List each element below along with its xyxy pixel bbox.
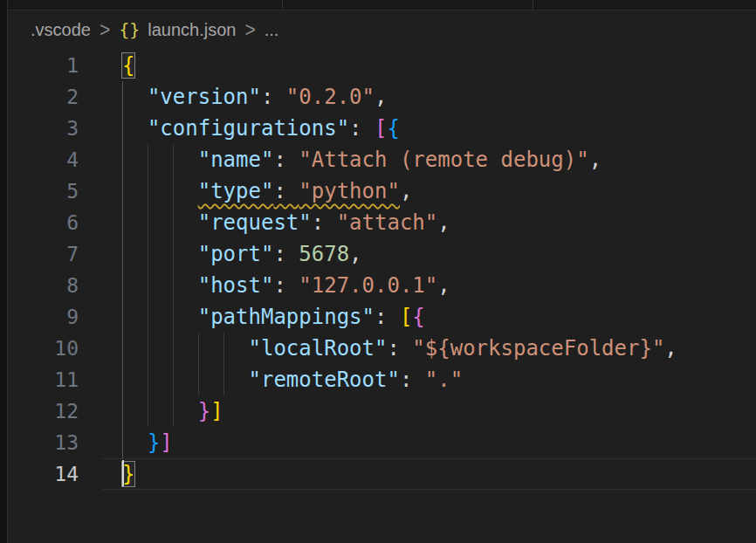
code-line-text[interactable]: }	[122, 458, 756, 490]
code-line-text[interactable]: "pathMappings": [{	[122, 301, 756, 333]
code-line[interactable]: 1{	[8, 50, 756, 81]
code-line[interactable]: 4"name": "Attach (remote debug)",	[8, 144, 756, 175]
code-area[interactable]: 1{2"version": "0.2.0",3"configurations":…	[8, 49, 756, 543]
line-number[interactable]: 14	[8, 458, 79, 490]
code-token: ,	[589, 148, 601, 172]
line-number[interactable]: 1	[8, 50, 79, 81]
code-line-text[interactable]: "remoteRoot": "."	[122, 364, 756, 395]
code-line[interactable]: 8"host": "127.0.0.1",	[8, 270, 756, 301]
code-line-text[interactable]: "port": 5678,	[122, 238, 756, 270]
indent-spacer	[122, 134, 148, 135]
indent-spacer	[122, 449, 148, 450]
line-number[interactable]: 7	[8, 238, 79, 270]
code-line[interactable]: 3"configurations": [{	[8, 113, 756, 144]
line-number[interactable]: 11	[8, 364, 79, 395]
code-token: "port"	[198, 242, 274, 266]
code-token: ,	[437, 210, 450, 235]
code-line[interactable]: 14}	[8, 458, 756, 490]
code-line-text[interactable]: "name": "Attach (remote debug)",	[122, 144, 756, 175]
indent-guide	[122, 207, 123, 238]
code-token: :	[273, 242, 299, 266]
indent-guide	[148, 364, 148, 395]
line-number[interactable]: 5	[8, 175, 79, 207]
code-token: "remoteRoot"	[248, 368, 399, 392]
indent-guide	[198, 364, 199, 395]
code-line-text[interactable]: {	[122, 50, 756, 81]
code-line-text[interactable]: "version": "0.2.0",	[122, 81, 756, 113]
code-token: "0.2.0"	[286, 85, 375, 109]
indent-guide	[173, 270, 174, 301]
indent-spacer	[122, 292, 198, 292]
line-number[interactable]: 10	[8, 333, 79, 364]
tab-separator	[282, 0, 283, 10]
breadcrumb-folder[interactable]: .vscode	[31, 20, 91, 40]
code-token: ,	[400, 179, 412, 203]
line-number[interactable]: 13	[8, 427, 79, 458]
indent-guide	[173, 207, 174, 238]
indent-guide	[122, 81, 123, 113]
code-token: :	[387, 336, 412, 361]
indent-guide	[122, 301, 123, 333]
breadcrumb-symbol-picker[interactable]: ...	[265, 20, 279, 40]
code-line[interactable]: 7"port": 5678,	[8, 238, 756, 270]
code-token: [	[400, 305, 412, 329]
line-number[interactable]: 6	[8, 207, 79, 238]
indent-guide	[148, 301, 148, 333]
indent-guide	[173, 238, 174, 270]
line-number[interactable]: 8	[8, 270, 79, 301]
code-line[interactable]: 13}]	[8, 427, 756, 458]
code-token: "request"	[198, 210, 312, 235]
line-number[interactable]: 9	[8, 301, 79, 333]
line-number[interactable]: 3	[8, 113, 79, 144]
code-line-text[interactable]: "request": "attach",	[122, 207, 756, 238]
code-line-text[interactable]: }]	[122, 427, 756, 458]
line-number[interactable]: 2	[8, 81, 79, 113]
code-line[interactable]: 6"request": "attach",	[8, 207, 756, 238]
code-token: "Attach (remote debug)"	[299, 148, 588, 172]
indent-spacer	[122, 323, 198, 324]
indent-guide	[173, 395, 174, 427]
code-token: ]	[160, 430, 172, 455]
indent-guide	[122, 364, 123, 395]
code-line-text[interactable]: "configurations": [{	[122, 113, 756, 144]
code-line[interactable]: 5"type": "python",	[8, 175, 756, 207]
indent-guide	[122, 333, 123, 364]
code-line[interactable]: 2"version": "0.2.0",	[8, 81, 756, 113]
code-line-text[interactable]: "type": "python",	[122, 175, 756, 207]
code-token: {	[387, 116, 399, 141]
indent-guide	[122, 113, 123, 144]
tab-bar-sliver	[8, 0, 756, 10]
line-number[interactable]: 4	[8, 144, 79, 175]
breadcrumb: .vscode > {}launch.json > ...	[8, 10, 756, 49]
code-line[interactable]: 10"localRoot": "${workspaceFolder}",	[8, 333, 756, 364]
code-line[interactable]: 9"pathMappings": [{	[8, 301, 756, 333]
code-line-text[interactable]: "host": "127.0.0.1",	[122, 270, 756, 301]
code-token: ,	[664, 336, 677, 361]
code-token: {	[412, 305, 424, 329]
indent-spacer	[122, 354, 248, 355]
indent-guide	[148, 333, 148, 364]
code-line-text[interactable]: }]	[122, 395, 756, 427]
code-token: ,	[349, 242, 361, 266]
code-line-text[interactable]: "localRoot": "${workspaceFolder}",	[122, 333, 756, 364]
code-token: :	[312, 210, 337, 235]
indent-spacer	[122, 417, 198, 418]
code-token: :	[375, 305, 400, 329]
indent-guide	[148, 238, 148, 270]
indent-guide	[173, 364, 174, 395]
line-number[interactable]: 12	[8, 395, 79, 427]
code-token: "localRoot"	[248, 336, 387, 361]
chevron-right-icon: >	[244, 18, 255, 41]
indent-guide	[122, 427, 123, 458]
code-line[interactable]: 11"remoteRoot": "."	[8, 364, 756, 395]
breadcrumb-file[interactable]: {}launch.json	[119, 19, 236, 40]
indent-guide	[148, 395, 148, 427]
chevron-right-icon: >	[100, 18, 110, 41]
code-token: "host"	[198, 273, 274, 298]
code-line[interactable]: 12}]	[8, 395, 756, 427]
indent-guide	[173, 175, 174, 207]
indent-guide	[173, 333, 174, 364]
indent-guide	[198, 333, 199, 364]
matched-bracket: }	[122, 462, 134, 486]
code-token: [	[375, 116, 387, 141]
